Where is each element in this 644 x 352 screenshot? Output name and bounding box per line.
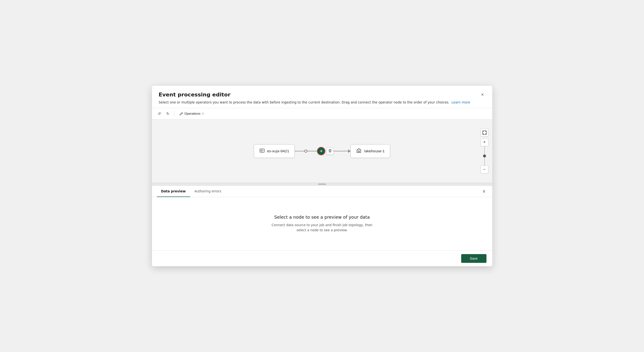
connector-left-line (295, 151, 304, 151)
bottom-panel: Data preview Authoring errors ∨ Select a… (152, 186, 492, 251)
flow-diagram: es-xujx-0421 + (254, 144, 390, 158)
zoom-slider-track (484, 146, 485, 166)
redo-button[interactable]: ↻ (164, 110, 172, 117)
save-button[interactable]: Save (461, 254, 486, 263)
tabs-list: Data preview Authoring errors (157, 186, 226, 197)
operations-button[interactable]: Operations ∨ (176, 110, 207, 117)
add-node-button[interactable]: + (317, 147, 326, 155)
modal-header: Event processing editor × Select one or … (152, 86, 492, 108)
event-stream-icon (260, 148, 265, 153)
tab-data-preview[interactable]: Data preview (157, 186, 190, 197)
zoom-fit-button[interactable] (481, 129, 488, 136)
undo-button[interactable]: ↺ (156, 110, 163, 117)
modal-title: Event processing editor (159, 92, 230, 98)
svg-rect-4 (482, 131, 486, 135)
tab-authoring-errors[interactable]: Authoring errors (190, 186, 226, 197)
zoom-out-button[interactable]: − (481, 166, 488, 173)
modal-description: Select one or multiple operators you wan… (159, 100, 486, 105)
operations-chevron: ∨ (202, 112, 204, 115)
delete-node-button[interactable] (326, 147, 334, 155)
collapse-button[interactable]: ∨ (480, 188, 488, 195)
destination-node-icon (356, 148, 362, 154)
fit-screen-icon (482, 130, 487, 135)
zoom-slider-thumb[interactable] (483, 154, 486, 157)
event-processing-editor-modal: Event processing editor × Select one or … (152, 86, 492, 266)
canvas-resize-handle[interactable] (152, 183, 492, 186)
source-node[interactable]: es-xujx-0421 (254, 144, 295, 158)
collapse-icon: ∨ (482, 189, 486, 194)
preview-empty-description: Connect data source to your job and fini… (271, 223, 373, 233)
connector-controls: + (317, 147, 334, 155)
tabs-row: Data preview Authoring errors ∨ (152, 186, 492, 197)
connector-mid-right (334, 151, 348, 151)
learn-more-link[interactable]: Learn more (452, 100, 470, 104)
destination-node-label: lakehouse-1 (364, 149, 385, 153)
resize-grip (318, 184, 326, 185)
connector-arrow (348, 149, 351, 153)
toolbar-divider (174, 111, 174, 116)
canvas-area: es-xujx-0421 + (152, 119, 492, 183)
connector-dot (304, 150, 308, 153)
destination-node[interactable]: lakehouse-1 (351, 144, 390, 158)
toolbar: ↺ ↻ Operations ∨ (152, 108, 492, 119)
source-node-icon (260, 148, 265, 154)
connector-mid-left (308, 151, 317, 151)
data-preview-content: Select a node to see a preview of your d… (152, 197, 492, 251)
modal-footer: Save (152, 251, 492, 266)
lakehouse-icon (356, 148, 362, 153)
zoom-in-button[interactable]: + (481, 138, 488, 146)
svg-rect-0 (260, 149, 264, 152)
title-row: Event processing editor × (159, 91, 486, 98)
preview-empty-title: Select a node to see a preview of your d… (274, 215, 370, 220)
delete-node-icon (328, 149, 332, 153)
wrench-icon (179, 112, 183, 116)
zoom-controls: + − (481, 129, 488, 173)
close-button[interactable]: × (480, 91, 486, 98)
operations-label: Operations (184, 112, 200, 115)
source-node-label: es-xujx-0421 (267, 149, 289, 153)
add-node-icon: + (320, 148, 323, 154)
